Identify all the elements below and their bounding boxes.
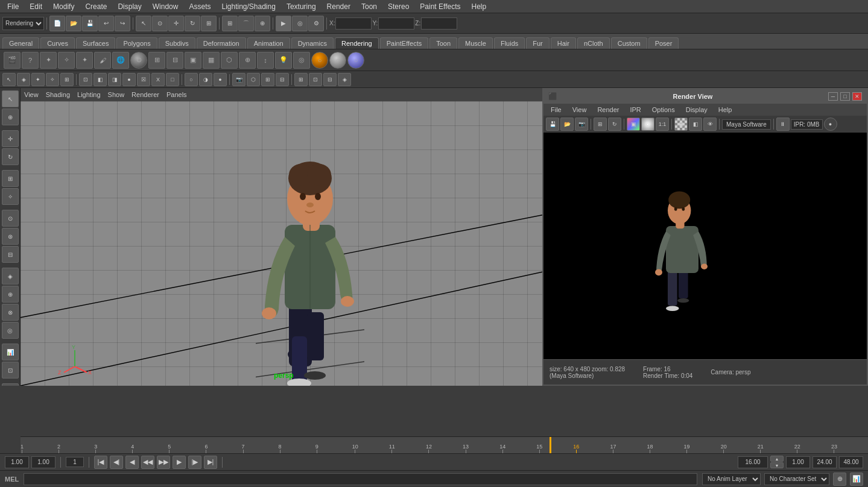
shelf-tab-ncloth[interactable]: nCloth xyxy=(577,37,610,49)
shelf-icon-globe[interactable]: 🌐 xyxy=(112,52,129,69)
shelf-tab-curves[interactable]: Curves xyxy=(40,37,75,49)
vt-light-off-btn[interactable]: ○ xyxy=(185,73,198,86)
vt-shade-btn[interactable]: ◧ xyxy=(93,73,107,86)
timeline-tick[interactable]: 16 xyxy=(573,444,579,453)
menu-file[interactable]: File xyxy=(2,1,24,12)
rv-maximize-btn[interactable]: □ xyxy=(840,92,850,101)
rv-ratio-btn[interactable]: 1:1 xyxy=(656,118,669,131)
rv-menu-file[interactable]: File xyxy=(546,105,566,114)
lt-scale-btn[interactable]: ⊞ xyxy=(2,170,19,187)
shelf-icon-move[interactable]: ⊕ xyxy=(239,52,256,69)
shelf-tab-deformation[interactable]: Deformation xyxy=(197,37,246,49)
vt-isolate-btn[interactable]: ◈ xyxy=(338,73,351,86)
y-field[interactable] xyxy=(378,17,414,30)
move-tool-btn[interactable]: ✛ xyxy=(168,16,184,31)
select-tool-btn[interactable]: ↖ xyxy=(136,16,151,31)
vt-cube3-btn[interactable]: ⊟ xyxy=(276,73,289,86)
viewport-menu-renderer[interactable]: Renderer xyxy=(131,91,159,98)
timeline-tick[interactable]: 4 xyxy=(131,444,134,453)
rv-menu-view[interactable]: View xyxy=(568,105,592,114)
snap-grid-btn[interactable]: ⊞ xyxy=(222,16,238,31)
rv-check-btn[interactable]: ▣ xyxy=(674,118,688,131)
redo-btn[interactable]: ↪ xyxy=(115,16,130,31)
lt-sculpt-btn[interactable]: ⊛ xyxy=(2,228,19,245)
shelf-icon-grid[interactable]: ⊞ xyxy=(148,52,165,69)
timeline-tick[interactable]: 5 xyxy=(168,444,171,453)
lt-move-btn[interactable]: ✛ xyxy=(2,130,19,147)
menu-help[interactable]: Help xyxy=(467,1,492,12)
timeline-tick[interactable]: 23 xyxy=(831,444,837,453)
timeline-tick[interactable]: 22 xyxy=(794,444,800,453)
menu-render[interactable]: Render xyxy=(322,1,355,12)
rv-ipr-refresh-btn[interactable]: ↻ xyxy=(608,118,621,131)
timeline-tick[interactable]: 14 xyxy=(499,444,505,453)
undo-btn[interactable]: ↩ xyxy=(98,16,114,31)
vt-wireframe-btn[interactable]: ⊡ xyxy=(79,73,92,86)
viewport-menu-panels[interactable]: Panels xyxy=(166,91,187,98)
lt-graph-btn[interactable]: 📊 xyxy=(2,344,19,360)
timeline-tick[interactable]: 21 xyxy=(758,444,764,453)
timeline-tick[interactable]: 15 xyxy=(536,444,542,453)
lt-camera-btn[interactable]: 📷 xyxy=(2,383,19,386)
shelf-icon-lamp[interactable]: 💡 xyxy=(275,52,292,69)
rv-menu-display[interactable]: Display xyxy=(681,105,712,114)
vt-hud-btn[interactable]: ⊡ xyxy=(309,73,322,86)
timeline-tick[interactable]: 2 xyxy=(57,444,60,453)
character-set-dropdown[interactable]: No Character Set xyxy=(764,473,829,485)
snap-curve-btn[interactable]: ⌒ xyxy=(238,16,254,31)
viewport-inner[interactable]: persp X Y Z xyxy=(21,101,542,386)
pb-prev-key-btn[interactable]: ◀| xyxy=(110,456,123,469)
pb-go-start-btn[interactable]: |◀ xyxy=(94,456,107,469)
shelf-icon-render-fx2[interactable]: ✧ xyxy=(58,52,75,69)
viewport-menu-show[interactable]: Show xyxy=(108,91,125,98)
snap-point-btn[interactable]: ⊕ xyxy=(255,16,270,31)
scale-tool-btn[interactable]: ⊞ xyxy=(201,16,217,31)
shelf-icon-render-help[interactable]: ? xyxy=(22,52,39,69)
rv-stereo-btn[interactable]: 👁 xyxy=(703,118,717,131)
timeline-tick[interactable]: 11 xyxy=(389,444,395,453)
rv-close-btn[interactable]: ✕ xyxy=(852,92,862,101)
pb-next-key-btn[interactable]: |▶ xyxy=(188,456,201,469)
vt-res1-btn[interactable]: □ xyxy=(166,73,179,86)
pb-go-end-btn[interactable]: ▶| xyxy=(204,456,217,469)
pb-prev-frame-btn[interactable]: ◀ xyxy=(125,456,139,469)
rv-color-btn[interactable]: ▣ xyxy=(627,118,640,131)
timeline-tick[interactable]: 6 xyxy=(204,444,207,453)
vt-select-btn[interactable]: ◈ xyxy=(17,73,30,86)
shelf-icon-cube2[interactable]: ▦ xyxy=(203,52,220,69)
status-bar-graph-btn[interactable]: 📊 xyxy=(850,473,863,486)
shelf-tab-rendering[interactable]: Rendering xyxy=(335,37,379,49)
menu-edit[interactable]: Edit xyxy=(25,1,47,12)
vt-camera-btn[interactable]: ↖ xyxy=(2,73,16,86)
range-start-input[interactable] xyxy=(5,456,29,468)
vt-toggle-btn[interactable]: ⊞ xyxy=(60,73,74,86)
new-scene-btn[interactable]: 📄 xyxy=(49,16,65,31)
timeline-tick[interactable]: 17 xyxy=(610,444,616,453)
lt-universal-btn[interactable]: ✧ xyxy=(2,188,19,205)
menu-display[interactable]: Display xyxy=(113,1,146,12)
shelf-tab-fur[interactable]: Fur xyxy=(526,37,550,49)
timeline-tick[interactable]: 19 xyxy=(684,444,690,453)
vt-shade2-btn[interactable]: ◨ xyxy=(108,73,121,86)
viewport[interactable]: View Shading Lighting Show Renderer Pane… xyxy=(21,88,542,386)
menu-toon[interactable]: Toon xyxy=(356,1,382,12)
timeline-tick[interactable]: 20 xyxy=(721,444,727,453)
shelf-tab-poser[interactable]: Poser xyxy=(648,37,679,49)
rv-compare-btn[interactable]: ◧ xyxy=(689,118,702,131)
shelf-tab-general[interactable]: General xyxy=(2,37,39,49)
shelf-icon-material2[interactable]: ○ xyxy=(329,52,346,69)
rv-save-btn[interactable]: 💾 xyxy=(546,118,559,131)
shelf-icon-cube1[interactable]: ▣ xyxy=(185,52,201,69)
shelf-tab-subdivs[interactable]: Subdivs xyxy=(159,37,195,49)
vt-cube2-btn[interactable]: ⊞ xyxy=(261,73,274,86)
vt-iso-btn[interactable]: X xyxy=(151,73,165,86)
rv-menu-help[interactable]: Help xyxy=(714,105,737,114)
rv-dot-btn[interactable]: ● xyxy=(824,118,837,131)
lt-soft-select-btn[interactable]: ⊙ xyxy=(2,210,19,227)
timeline-tick[interactable]: 9 xyxy=(315,444,318,453)
timeline-tick[interactable]: 12 xyxy=(426,444,432,453)
shelf-tab-fluids[interactable]: Fluids xyxy=(494,37,525,49)
shelf-icon-sphere[interactable]: ⊙ xyxy=(130,52,147,69)
ipr-render-btn[interactable]: ◎ xyxy=(292,16,308,31)
shelf-tab-muscle[interactable]: Muscle xyxy=(458,37,493,49)
